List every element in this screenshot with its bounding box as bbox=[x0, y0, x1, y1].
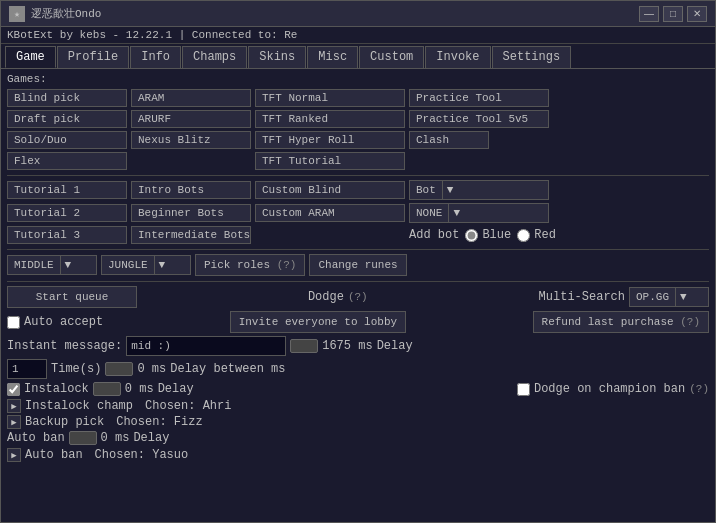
time-value: 0 ms bbox=[137, 362, 166, 376]
radio-blue[interactable] bbox=[465, 229, 478, 242]
tutorial-2-button[interactable]: Tutorial 2 bbox=[7, 204, 127, 222]
app-icon: ★ bbox=[9, 6, 25, 22]
custom-blind-button[interactable]: Custom Blind bbox=[255, 181, 405, 199]
auto-ban-expand[interactable]: ▶ bbox=[7, 448, 21, 462]
dodge-on-ban-label[interactable]: Dodge on champion ban (?) bbox=[517, 382, 709, 396]
tft-normal-button[interactable]: TFT Normal bbox=[255, 89, 405, 107]
minimize-button[interactable]: — bbox=[639, 6, 659, 22]
tab-bar: Game Profile Info Champs Skins Misc Cust… bbox=[1, 44, 715, 69]
titlebar: ★ 逻恶歃壮Ondo — □ ✕ bbox=[1, 1, 715, 27]
tab-settings[interactable]: Settings bbox=[492, 46, 572, 68]
practice-tool-button[interactable]: Practice Tool bbox=[409, 89, 549, 107]
auto-ban-toggle[interactable] bbox=[69, 431, 97, 445]
games-row-4: Flex TFT Tutorial bbox=[7, 152, 709, 170]
radio-blue-label[interactable]: Blue bbox=[465, 228, 511, 242]
auto-accept-label[interactable]: Auto accept bbox=[7, 315, 103, 329]
radio-red[interactable] bbox=[517, 229, 530, 242]
instant-message-label: Instant message: bbox=[7, 339, 122, 353]
custom-aram-button[interactable]: Custom ARAM bbox=[255, 204, 405, 222]
nexus-blitz-button[interactable]: Nexus Blitz bbox=[131, 131, 251, 149]
blind-pick-button[interactable]: Blind pick bbox=[7, 89, 127, 107]
accept-row: Auto accept Invite everyone to lobby Ref… bbox=[7, 311, 709, 333]
tab-profile[interactable]: Profile bbox=[57, 46, 129, 68]
tft-ranked-button[interactable]: TFT Ranked bbox=[255, 110, 405, 128]
dodge-on-ban-checkbox[interactable] bbox=[517, 383, 530, 396]
invite-everyone-button[interactable]: Invite everyone to lobby bbox=[230, 311, 406, 333]
role1-dropdown[interactable]: MIDDLE ▼ bbox=[7, 255, 97, 275]
pick-roles-button[interactable]: Pick roles (?) bbox=[195, 254, 305, 276]
radio-red-label[interactable]: Red bbox=[517, 228, 556, 242]
instalock-label[interactable]: Instalock bbox=[7, 382, 89, 396]
queue-row: Start queue Dodge (?) Multi-Search OP.GG… bbox=[7, 286, 709, 308]
intro-bots-button[interactable]: Intro Bots bbox=[131, 181, 251, 199]
refund-last-button[interactable]: Refund last purchase (?) bbox=[533, 311, 709, 333]
add-bot-label: Add bot bbox=[409, 228, 459, 242]
instalock-checkbox[interactable] bbox=[7, 383, 20, 396]
radio-blue-text: Blue bbox=[482, 228, 511, 242]
tft-hyper-roll-button[interactable]: TFT Hyper Roll bbox=[255, 131, 405, 149]
pick-roles-label: Pick roles bbox=[204, 259, 270, 271]
instalock-champ-label: Instalock champ bbox=[25, 399, 133, 413]
separator-3 bbox=[7, 281, 709, 282]
aram-button[interactable]: ARAM bbox=[131, 89, 251, 107]
multi-search-label: Multi-Search bbox=[539, 290, 625, 304]
start-queue-button[interactable]: Start queue bbox=[7, 286, 137, 308]
role1-arrow: ▼ bbox=[60, 256, 76, 274]
practice-tool-5v5-button[interactable]: Practice Tool 5v5 bbox=[409, 110, 549, 128]
repeat-input[interactable] bbox=[7, 359, 47, 379]
time-toggle[interactable] bbox=[105, 362, 133, 376]
solo-duo-button[interactable]: Solo/Duo bbox=[7, 131, 127, 149]
change-runes-button[interactable]: Change runes bbox=[309, 254, 406, 276]
tutorial-3-button[interactable]: Tutorial 3 bbox=[7, 226, 127, 244]
instalock-text: Instalock bbox=[24, 382, 89, 396]
tab-game[interactable]: Game bbox=[5, 46, 56, 68]
status-text: KBotExt by kebs - 12.22.1 | Connected to… bbox=[7, 29, 297, 41]
dodge-on-ban-text: Dodge on champion ban bbox=[534, 382, 685, 396]
tutorial-1-button[interactable]: Tutorial 1 bbox=[7, 181, 127, 199]
arurf-button[interactable]: ARURF bbox=[131, 110, 251, 128]
backup-pick-row: ▶ Backup pick Chosen: Fizz bbox=[7, 415, 709, 429]
tab-custom[interactable]: Custom bbox=[359, 46, 424, 68]
beginner-bots-button[interactable]: Beginner Bots bbox=[131, 204, 251, 222]
maximize-button[interactable]: □ bbox=[663, 6, 683, 22]
backup-pick-chosen: Chosen: Fizz bbox=[116, 415, 202, 429]
role2-label: JUNGLE bbox=[102, 259, 154, 271]
draft-pick-button[interactable]: Draft pick bbox=[7, 110, 127, 128]
auto-ban-label-2: Auto ban bbox=[25, 448, 83, 462]
separator-1 bbox=[7, 175, 709, 176]
tft-tutorial-button[interactable]: TFT Tutorial bbox=[255, 152, 405, 170]
intermediate-bots-button[interactable]: Intermediate Bots bbox=[131, 226, 251, 244]
games-row-1: Blind pick ARAM TFT Normal Practice Tool bbox=[7, 89, 709, 107]
auto-ban-label-1: Auto ban bbox=[7, 431, 65, 445]
instalock-champ-expand[interactable]: ▶ bbox=[7, 399, 21, 413]
games-row-3: Solo/Duo Nexus Blitz TFT Hyper Roll Clas… bbox=[7, 131, 709, 149]
tab-info[interactable]: Info bbox=[130, 46, 181, 68]
instant-message-input[interactable] bbox=[126, 336, 286, 356]
tab-invoke[interactable]: Invoke bbox=[425, 46, 490, 68]
instant-message-toggle[interactable] bbox=[290, 339, 318, 353]
tab-skins[interactable]: Skins bbox=[248, 46, 306, 68]
games-row-7: Tutorial 3 Intermediate Bots Add bot Blu… bbox=[7, 226, 709, 244]
close-button[interactable]: ✕ bbox=[687, 6, 707, 22]
none-dropdown-arrow: ▼ bbox=[448, 204, 464, 222]
games-label: Games: bbox=[7, 73, 709, 85]
none-dropdown[interactable]: NONE ▼ bbox=[409, 203, 549, 223]
window-title: 逻恶歃壮Ondo bbox=[31, 6, 639, 21]
instalock-row: Instalock 0 ms Delay Dodge on champion b… bbox=[7, 382, 709, 396]
titlebar-controls: — □ ✕ bbox=[639, 6, 707, 22]
auto-ban-row-1: Auto ban 0 ms Delay bbox=[7, 431, 709, 445]
tab-misc[interactable]: Misc bbox=[307, 46, 358, 68]
role2-dropdown[interactable]: JUNGLE ▼ bbox=[101, 255, 191, 275]
backup-pick-expand[interactable]: ▶ bbox=[7, 415, 21, 429]
instalock-toggle[interactable] bbox=[93, 382, 121, 396]
clash-button[interactable]: Clash bbox=[409, 131, 489, 149]
multi-search-dropdown[interactable]: OP.GG ▼ bbox=[629, 287, 709, 307]
dodge-label: Dodge bbox=[308, 290, 344, 304]
flex-button[interactable]: Flex bbox=[7, 152, 127, 170]
tab-champs[interactable]: Champs bbox=[182, 46, 247, 68]
auto-ban-chosen: Chosen: Yasuo bbox=[95, 448, 189, 462]
bot-dropdown[interactable]: Bot ▼ bbox=[409, 180, 549, 200]
backup-pick-label: Backup pick bbox=[25, 415, 104, 429]
auto-accept-checkbox[interactable] bbox=[7, 316, 20, 329]
role1-label: MIDDLE bbox=[8, 259, 60, 271]
